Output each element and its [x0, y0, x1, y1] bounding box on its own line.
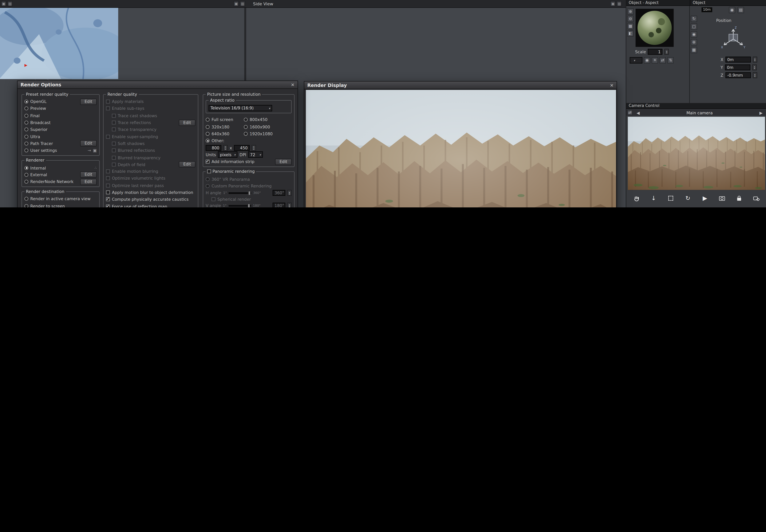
viewport-maximize-icon[interactable]: ▥ [617, 1, 622, 6]
material-unlink-icon[interactable]: ⊖ [627, 16, 634, 22]
edit-external-button[interactable]: Edit [80, 172, 97, 178]
q-sub-rays[interactable]: Enable sub-rays [104, 105, 197, 112]
q-reflections[interactable]: Trace reflectionsEdit [104, 119, 197, 126]
top-view-map[interactable] [0, 8, 118, 79]
radio-full-screen[interactable] [205, 118, 209, 122]
height-spinner[interactable]: ▴▾ [251, 145, 256, 151]
info-strip-row[interactable]: Add information strip Edit [204, 158, 293, 165]
checkbox[interactable] [106, 190, 110, 194]
drop-to-ground-icon[interactable]: ↓ [649, 194, 658, 203]
checkbox[interactable] [106, 135, 110, 139]
h-angle-spinner[interactable]: ▴▾ [287, 190, 292, 196]
radio[interactable] [205, 184, 209, 188]
q-super-sampling[interactable]: Enable super-sampling [104, 133, 197, 140]
radio[interactable] [24, 135, 28, 139]
q-motion-deform[interactable]: Apply motion blur to object deformation [104, 189, 197, 196]
rotation-tool-icon[interactable]: ↻ [691, 16, 697, 22]
preset-final[interactable]: Final [23, 112, 98, 119]
q-transparency[interactable]: Trace transparency [104, 126, 197, 133]
prev-camera-icon[interactable]: ◀ [637, 110, 640, 115]
v-angle-input[interactable]: 180° [272, 203, 285, 207]
material-grid-icon[interactable]: ▦ [627, 23, 634, 29]
q-last-pass[interactable]: Optimize last render pass [104, 182, 197, 189]
apply-arrow-icon[interactable]: → [88, 148, 91, 153]
render-display-titlebar[interactable]: Render Display ✕ [304, 82, 617, 89]
edit-dof-button[interactable]: Edit [179, 161, 195, 168]
preset-ultra[interactable]: Ultra [23, 133, 98, 140]
radio[interactable] [24, 173, 28, 177]
lock-icon[interactable] [735, 194, 744, 203]
radio-1600x900[interactable] [244, 125, 248, 129]
edit-reflections-button[interactable]: Edit [179, 119, 195, 126]
scale-input[interactable]: 1 [648, 49, 663, 55]
spherical-row[interactable]: Spherical render [204, 196, 293, 202]
pivot-icon[interactable]: ⊕ [691, 39, 697, 45]
renderer-rendernode[interactable]: RenderNode NetworkEdit [23, 178, 98, 185]
edit-path-tracer-button[interactable]: Edit [80, 140, 97, 147]
radio[interactable] [24, 121, 28, 125]
next-camera-icon[interactable]: ▶ [760, 110, 763, 115]
radio-640x360[interactable] [205, 132, 209, 136]
camera-marker-icon[interactable] [24, 64, 27, 67]
light-icon[interactable]: ☀ [652, 57, 658, 63]
dpi-dropdown[interactable]: 72▾ [248, 152, 263, 158]
checkbox[interactable] [106, 176, 110, 180]
axis-gizmo[interactable]: Z X Y [718, 24, 748, 50]
width-spinner[interactable]: ▴▾ [223, 145, 228, 151]
visibility-icon[interactable]: ◉ [644, 57, 650, 63]
width-input[interactable]: 800 [205, 145, 221, 151]
radio[interactable] [24, 114, 28, 118]
checkbox[interactable] [205, 160, 209, 164]
q-blurred-reflections[interactable]: Blurred reflections [104, 147, 197, 154]
radio-1920x1080[interactable] [244, 132, 248, 136]
q-volumetric[interactable]: Optimize volumetric lights [104, 175, 197, 182]
renderer-options-icon[interactable]: ∴ [95, 166, 97, 170]
checkbox[interactable] [211, 197, 215, 201]
h-angle-slider[interactable] [229, 192, 251, 194]
radio[interactable] [24, 204, 28, 207]
radio-other[interactable] [205, 139, 209, 143]
radio[interactable] [24, 166, 28, 170]
checkbox[interactable] [106, 107, 110, 111]
viewport-lock-icon[interactable]: ▣ [1, 1, 6, 6]
units-dropdown[interactable]: pixels▾ [218, 152, 237, 158]
notes-icon[interactable]: ▤ [738, 7, 744, 13]
orbit-icon[interactable]: ↻ [683, 194, 692, 203]
position-y-input[interactable]: 0m [725, 65, 750, 70]
edit-rendernode-button[interactable]: Edit [80, 178, 97, 185]
q-cast-shadows[interactable]: Trace cast shadows [104, 112, 197, 119]
position-x-spinner[interactable]: ▴▾ [753, 57, 757, 63]
scale-spinner[interactable]: ▴▾ [665, 49, 669, 55]
aspect-mode-dropdown[interactable]: ▾ [630, 57, 643, 63]
checkbox[interactable] [112, 155, 116, 159]
checkbox[interactable] [112, 128, 116, 132]
checkbox[interactable] [106, 100, 110, 104]
radio[interactable] [24, 180, 28, 184]
viewport-maximize-icon[interactable]: ▥ [240, 1, 245, 6]
render-options-dialog[interactable]: Render Options ✕ Preset render quality O… [17, 80, 298, 207]
radio[interactable] [24, 100, 28, 104]
preset-path-tracer[interactable]: Path TracerEdit [23, 140, 98, 147]
q-motion-blur[interactable]: Enable motion blurring [104, 168, 197, 175]
render-preview-icon[interactable] [718, 194, 726, 203]
viewport-maximize-icon[interactable]: ▥ [7, 1, 13, 6]
checkbox[interactable] [112, 162, 116, 166]
q-reflection-map[interactable]: Force use of reflection map [104, 203, 197, 207]
v-angle-spinner[interactable]: ▴▾ [287, 203, 292, 207]
radio-800x450[interactable] [244, 118, 248, 122]
camera-swap-icon[interactable]: ⇄ [627, 110, 633, 115]
marquee-select-icon[interactable] [666, 194, 675, 203]
position-x-input[interactable]: 0m [725, 57, 751, 63]
pan-hand-icon[interactable] [632, 194, 641, 203]
pano-custom[interactable]: Custom Panoramic Rendering [204, 182, 293, 190]
save-settings-icon[interactable]: ▣ [93, 148, 97, 153]
play-icon[interactable]: ▶ [701, 194, 709, 203]
preset-user-settings[interactable]: User settings→▣ [23, 147, 98, 154]
renderer-internal[interactable]: Internal∴ [23, 164, 98, 171]
swap-horizontal-icon[interactable]: ⇄ [660, 57, 666, 63]
radio[interactable] [24, 197, 28, 201]
edit-info-strip-button[interactable]: Edit [275, 158, 292, 165]
q-depth-of-field[interactable]: Depth of fieldEdit [104, 161, 197, 168]
radio-320x180[interactable] [205, 125, 209, 129]
close-icon[interactable]: ✕ [610, 83, 614, 88]
